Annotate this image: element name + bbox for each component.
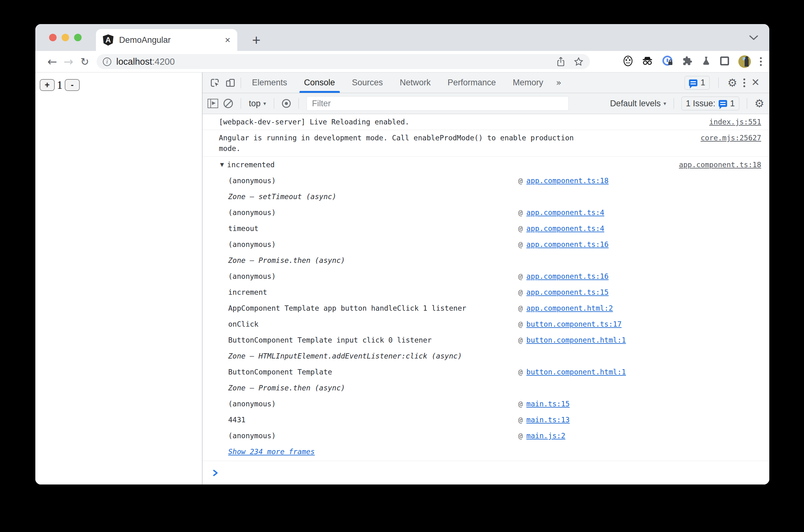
stack-frame-row: (anonymous) @ main.ts:15	[203, 396, 769, 412]
chevron-down-icon: ▾	[663, 100, 666, 107]
profile-avatar[interactable]	[738, 55, 751, 68]
frame-function-name: (anonymous)	[203, 240, 518, 248]
counter-widget: + 1 -	[40, 78, 202, 92]
expander-triangle-icon[interactable]: ▼	[220, 162, 224, 168]
zoom-window-button[interactable]	[74, 34, 82, 41]
filter-input[interactable]	[307, 96, 569, 111]
tab-title: DemoAngular	[119, 35, 224, 45]
minimize-window-button[interactable]	[62, 34, 69, 41]
tab-performance[interactable]: Performance	[439, 73, 504, 93]
reload-button[interactable]: ↻	[77, 56, 93, 68]
frame-source-link[interactable]: button.component.ts:17	[527, 320, 622, 328]
stack-frame-row: AppComponent_Template_app_button_handleC…	[203, 300, 769, 316]
prompt-chevron-icon	[212, 469, 219, 477]
zone-label: Zone — setTimeout (async)	[228, 193, 336, 201]
tab-elements[interactable]: Elements	[244, 73, 296, 93]
stack-zone-row: Zone — HTMLInputElement.addEventListener…	[203, 348, 769, 364]
issues-counter-button[interactable]: 1	[685, 76, 710, 90]
console-message: [webpack-dev-server] Live Reloading enab…	[203, 114, 769, 130]
at-symbol: @	[518, 368, 523, 376]
device-toolbar-icon[interactable]	[223, 73, 238, 93]
tab-sources[interactable]: Sources	[344, 73, 391, 93]
console-message: Angular is running in development mode. …	[203, 130, 769, 157]
devtools-panel: Elements Console Sources Network Perform…	[203, 73, 769, 484]
devtools-menu-icon[interactable]	[743, 78, 745, 87]
frame-function-name: increment	[203, 288, 518, 296]
tab-strip: A DemoAngular × +	[35, 24, 769, 51]
traffic-lights	[49, 34, 82, 41]
close-window-button[interactable]	[49, 34, 57, 41]
frame-source-link[interactable]: app.component.ts:16	[527, 240, 609, 248]
stack-frame-row: timeout @ app.component.ts:4	[203, 220, 769, 236]
new-tab-button[interactable]: +	[245, 29, 267, 51]
browser-menu-icon[interactable]	[760, 57, 762, 66]
frame-source-link[interactable]: main.js:2	[527, 432, 566, 440]
devtools-close-icon[interactable]: ×	[751, 76, 759, 89]
issue-chip-button[interactable]: 1 Issue: 1	[682, 97, 739, 110]
log-levels-selector[interactable]: Default levels ▾	[610, 99, 666, 109]
frame-function-name: 4431	[203, 416, 518, 424]
labs-flask-icon[interactable]	[702, 56, 711, 67]
console-sidebar-icon[interactable]	[208, 99, 218, 108]
live-expression-eye-icon[interactable]	[282, 99, 291, 108]
browser-toolbar: ← → ↻ i localhost:4200	[35, 51, 769, 73]
frame-function-name: onClick	[203, 320, 518, 328]
more-tabs-icon[interactable]: »	[552, 77, 566, 88]
frame-source-link[interactable]: main.ts:13	[527, 416, 570, 424]
decrement-button[interactable]: -	[65, 79, 80, 91]
frame-source-link[interactable]: app.component.html:2	[527, 304, 613, 312]
zone-label: Zone — Promise.then (async)	[228, 384, 345, 392]
frame-source-link[interactable]: app.component.ts:4	[527, 224, 604, 232]
stack-frame-row: (anonymous) @ app.component.ts:16	[203, 268, 769, 284]
frame-source-link[interactable]: app.component.ts:16	[527, 272, 609, 280]
source-link[interactable]: index.js:551	[709, 117, 761, 127]
tab-console[interactable]: Console	[296, 73, 344, 93]
frame-source-link[interactable]: button.component.html:1	[527, 368, 626, 376]
share-icon[interactable]	[556, 56, 566, 67]
at-symbol: @	[518, 288, 523, 296]
zone-label: Zone — HTMLInputElement.addEventListener…	[228, 352, 462, 360]
frame-source-link[interactable]: app.component.ts:15	[527, 288, 609, 296]
frame-function-name: (anonymous)	[203, 272, 518, 280]
clear-console-icon[interactable]	[224, 99, 233, 108]
frame-source-link[interactable]: button.component.html:1	[527, 336, 626, 344]
issues-bubble-icon	[719, 100, 727, 107]
at-symbol: @	[518, 208, 523, 216]
tab-close-icon[interactable]: ×	[224, 35, 232, 45]
chevron-down-icon[interactable]	[749, 35, 759, 42]
frame-function-name: timeout	[203, 224, 518, 232]
stack-frame-row: (anonymous) @ app.component.ts:18	[203, 173, 769, 189]
at-symbol: @	[518, 336, 523, 344]
inspect-element-icon[interactable]	[207, 73, 223, 93]
incognito-extension-icon[interactable]	[642, 56, 653, 67]
increment-button[interactable]: +	[40, 79, 55, 91]
console-settings-icon[interactable]: ⚙	[754, 97, 764, 110]
extensions-puzzle-icon[interactable]	[683, 56, 692, 67]
frame-function-name: (anonymous)	[203, 432, 518, 440]
bookmark-star-icon[interactable]	[574, 57, 583, 66]
back-button[interactable]: ←	[44, 55, 60, 69]
source-link[interactable]: core.mjs:25627	[701, 133, 761, 143]
frame-source-link[interactable]: app.component.ts:18	[527, 177, 609, 185]
browser-tab[interactable]: A DemoAngular ×	[96, 29, 237, 51]
zone-label: Zone — Promise.then (async)	[228, 256, 345, 264]
at-symbol: @	[518, 320, 523, 328]
site-info-icon[interactable]: i	[103, 58, 111, 66]
mask-extension-icon[interactable]	[623, 56, 633, 68]
console-prompt[interactable]	[203, 461, 769, 484]
show-more-frames-link[interactable]: Show 234 more frames	[228, 448, 315, 456]
address-bar[interactable]: i localhost:4200	[97, 54, 590, 69]
password-manager-extension-icon[interactable]	[662, 55, 673, 68]
tab-memory[interactable]: Memory	[504, 73, 552, 93]
frame-source-link[interactable]: main.ts:15	[527, 400, 570, 408]
chevron-down-icon: ▾	[264, 100, 266, 107]
context-selector[interactable]: top ▾	[249, 99, 266, 109]
tab-network[interactable]: Network	[391, 73, 439, 93]
at-symbol: @	[518, 240, 523, 248]
trace-group-header[interactable]: ▼ incremented app.component.ts:18	[203, 157, 769, 173]
devtools-settings-icon[interactable]: ⚙	[727, 77, 737, 89]
side-panel-icon[interactable]	[720, 56, 729, 67]
source-link[interactable]: app.component.ts:18	[679, 159, 761, 170]
at-symbol: @	[518, 272, 523, 280]
frame-source-link[interactable]: app.component.ts:4	[527, 208, 604, 216]
